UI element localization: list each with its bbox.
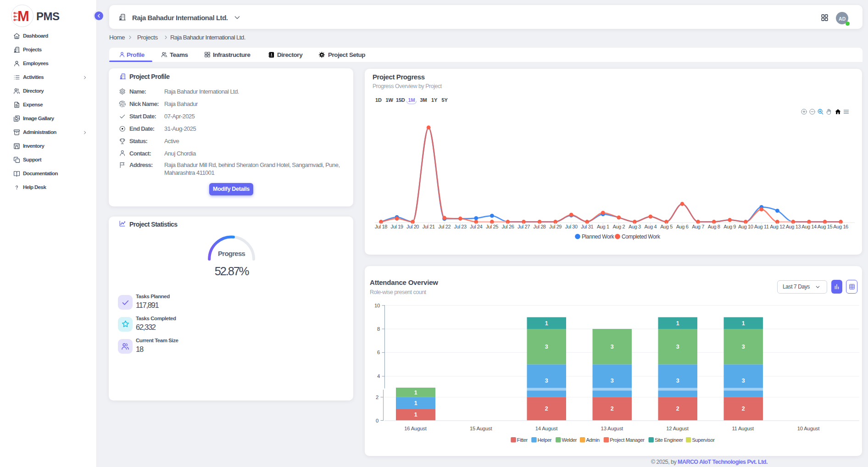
svg-text:11 August: 11 August bbox=[732, 426, 754, 431]
svg-text:Fitter: Fitter bbox=[517, 437, 528, 443]
svg-text:3: 3 bbox=[676, 378, 679, 384]
svg-text:Jul 27: Jul 27 bbox=[517, 224, 530, 229]
svg-text:Jul 30: Jul 30 bbox=[565, 224, 578, 229]
svg-text:12 August: 12 August bbox=[666, 426, 689, 431]
svg-text:3: 3 bbox=[742, 378, 745, 384]
svg-text:Aug 10: Aug 10 bbox=[738, 224, 753, 229]
svg-text:4: 4 bbox=[377, 373, 380, 379]
svg-text:Jul 25: Jul 25 bbox=[486, 224, 498, 229]
svg-text:2: 2 bbox=[545, 406, 548, 412]
svg-text:3: 3 bbox=[676, 344, 679, 350]
svg-text:3: 3 bbox=[545, 344, 548, 350]
svg-text:Progress: Progress bbox=[218, 250, 245, 257]
svg-text:2: 2 bbox=[676, 406, 679, 412]
svg-text:13 August: 13 August bbox=[601, 426, 624, 431]
svg-text:8: 8 bbox=[377, 326, 380, 332]
svg-text:10: 10 bbox=[374, 303, 380, 308]
svg-text:Planned Work: Planned Work bbox=[582, 234, 615, 240]
svg-text:1: 1 bbox=[742, 320, 745, 327]
svg-text:Project Manager: Project Manager bbox=[610, 437, 645, 443]
svg-text:2: 2 bbox=[376, 395, 378, 400]
svg-text:Supervisor: Supervisor bbox=[692, 437, 715, 443]
svg-text:2: 2 bbox=[611, 406, 614, 412]
svg-text:1: 1 bbox=[414, 411, 417, 418]
svg-text:Jul 20: Jul 20 bbox=[406, 224, 419, 229]
svg-text:Aug 13: Aug 13 bbox=[786, 224, 801, 229]
svg-text:Jul 22: Jul 22 bbox=[438, 224, 451, 229]
svg-text:Aug 14: Aug 14 bbox=[801, 224, 817, 229]
svg-text:1: 1 bbox=[414, 389, 417, 396]
svg-text:Aug 7: Aug 7 bbox=[692, 224, 704, 229]
svg-text:Jul 29: Jul 29 bbox=[549, 224, 562, 229]
svg-text:Aug 2: Aug 2 bbox=[612, 224, 625, 229]
svg-text:10 August: 10 August bbox=[797, 426, 820, 431]
svg-text:1: 1 bbox=[676, 320, 679, 327]
svg-text:1: 1 bbox=[414, 400, 417, 406]
svg-text:Site Engineer: Site Engineer bbox=[655, 437, 683, 443]
svg-text:3: 3 bbox=[611, 378, 614, 384]
svg-text:Jul 18: Jul 18 bbox=[375, 224, 387, 229]
svg-text:Aug 9: Aug 9 bbox=[723, 224, 736, 229]
svg-text:Jul 21: Jul 21 bbox=[423, 224, 435, 229]
svg-text:Aug 16: Aug 16 bbox=[833, 224, 848, 229]
svg-text:Aug 3: Aug 3 bbox=[629, 224, 641, 229]
svg-text:Welder: Welder bbox=[562, 437, 577, 443]
svg-text:Aug 1: Aug 1 bbox=[597, 224, 609, 229]
svg-text:16 August: 16 August bbox=[404, 426, 427, 431]
svg-text:Jul 23: Jul 23 bbox=[454, 224, 467, 229]
svg-text:Jul 24: Jul 24 bbox=[470, 224, 482, 229]
svg-text:Aug 15: Aug 15 bbox=[818, 224, 833, 229]
svg-text:Admin: Admin bbox=[586, 437, 600, 443]
svg-text:Aug 11: Aug 11 bbox=[754, 224, 769, 229]
svg-text:Aug 5: Aug 5 bbox=[660, 224, 673, 229]
svg-text:Aug 8: Aug 8 bbox=[708, 224, 720, 229]
svg-text:3: 3 bbox=[742, 344, 745, 350]
svg-text:Jul 19: Jul 19 bbox=[391, 224, 403, 229]
svg-text:6: 6 bbox=[377, 350, 380, 355]
svg-text:15 August: 15 August bbox=[470, 426, 493, 431]
svg-text:3: 3 bbox=[545, 378, 548, 384]
svg-text:0: 0 bbox=[376, 418, 378, 423]
svg-text:14 August: 14 August bbox=[535, 426, 558, 431]
svg-text:Aug 4: Aug 4 bbox=[645, 224, 657, 229]
svg-text:Jul 26: Jul 26 bbox=[501, 224, 514, 229]
svg-text:Aug 12: Aug 12 bbox=[770, 224, 785, 229]
svg-text:1: 1 bbox=[545, 320, 548, 327]
svg-text:2: 2 bbox=[742, 406, 745, 412]
svg-text:3: 3 bbox=[611, 344, 614, 350]
svg-text:Jul 28: Jul 28 bbox=[534, 224, 546, 229]
svg-text:Completed Work: Completed Work bbox=[622, 234, 661, 240]
svg-text:Helper: Helper bbox=[538, 437, 552, 443]
svg-text:Aug 6: Aug 6 bbox=[676, 224, 689, 229]
svg-text:Jul 31: Jul 31 bbox=[581, 224, 593, 229]
